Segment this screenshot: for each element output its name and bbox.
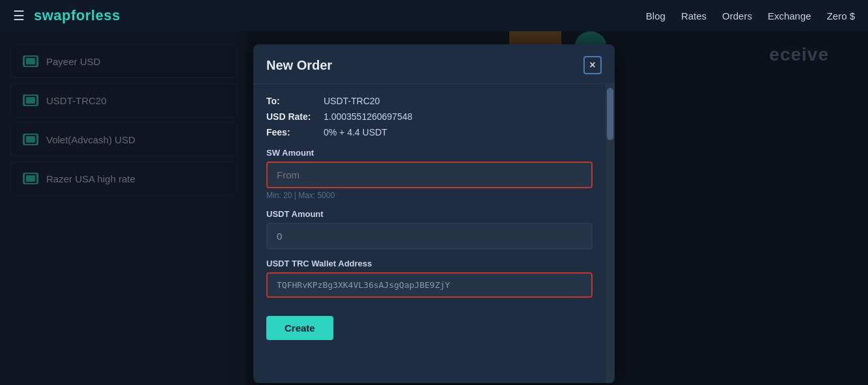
nav-exchange[interactable]: Exchange: [768, 10, 811, 21]
create-button[interactable]: Create: [266, 316, 333, 340]
nav-blog[interactable]: Blog: [646, 10, 665, 21]
sw-amount-label: SW Amount: [266, 148, 593, 158]
detail-row-fees: Fees: 0% + 4.4 USDT: [266, 127, 593, 137]
modal-title: New Order: [266, 58, 332, 73]
modal-close-button[interactable]: ×: [583, 56, 602, 74]
modal-header: New Order ×: [253, 44, 615, 84]
sw-amount-hint: Min: 20 | Max: 5000: [266, 191, 593, 200]
modal-content: To: USDT-TRC20 USD Rate: 1.0003551260697…: [253, 84, 606, 383]
to-label: To:: [266, 96, 318, 106]
modal-scrollbar[interactable]: [606, 84, 615, 383]
detail-row-to: To: USDT-TRC20: [266, 96, 593, 106]
main-content: Send eceive Payeer USD USDT-TRC20 Volet(…: [0, 31, 868, 385]
modal-body: To: USDT-TRC20 USD Rate: 1.0003551260697…: [253, 84, 615, 383]
usd-rate-label: USD Rate:: [266, 111, 318, 122]
modal-overlay: New Order × To: USDT-TRC20 USD Rate: 1.0…: [0, 31, 868, 385]
to-value: USDT-TRC20: [324, 96, 380, 106]
wallet-address-group: USDT TRC Wallet Address: [266, 259, 593, 298]
order-details: To: USDT-TRC20 USD Rate: 1.0003551260697…: [266, 96, 593, 137]
usdt-amount-group: USDT Amount: [266, 209, 593, 250]
usd-rate-value: 1.0003551260697548: [324, 111, 412, 122]
new-order-modal: New Order × To: USDT-TRC20 USD Rate: 1.0…: [253, 44, 615, 383]
sw-amount-input[interactable]: [266, 162, 593, 188]
nav-orders[interactable]: Orders: [722, 10, 752, 21]
fees-label: Fees:: [266, 127, 318, 137]
fees-value: 0% + 4.4 USDT: [324, 127, 387, 137]
header: ☰ swapforless Blog Rates Orders Exchange…: [0, 0, 868, 31]
detail-row-usd-rate: USD Rate: 1.0003551260697548: [266, 111, 593, 122]
wallet-address-input[interactable]: [266, 272, 593, 298]
hamburger-icon[interactable]: ☰: [13, 8, 25, 23]
wallet-address-label: USDT TRC Wallet Address: [266, 259, 593, 268]
nav-zero[interactable]: Zero $: [827, 10, 855, 21]
nav-rates[interactable]: Rates: [681, 10, 707, 21]
usdt-amount-input[interactable]: [266, 223, 593, 250]
usdt-amount-label: USDT Amount: [266, 209, 593, 219]
brand-name: swapforless: [34, 7, 120, 24]
header-nav: Blog Rates Orders Exchange Zero $: [646, 10, 855, 21]
sw-amount-group: SW Amount Min: 20 | Max: 5000: [266, 148, 593, 200]
header-left: ☰ swapforless: [13, 7, 120, 24]
scrollbar-thumb: [607, 88, 613, 140]
